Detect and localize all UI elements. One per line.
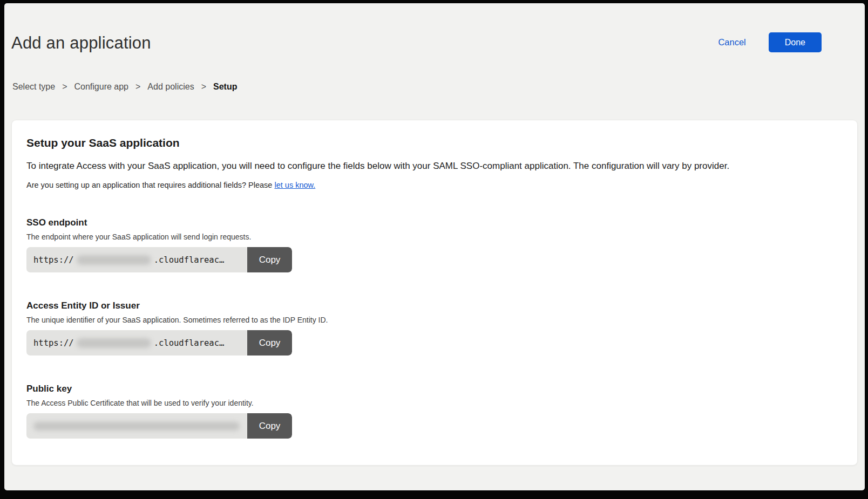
card-note: Are you setting up an application that r… — [26, 181, 843, 189]
access-entity-id-copy-button[interactable]: Copy — [247, 330, 292, 356]
public-key-value-row: Copy — [26, 413, 292, 439]
redacted-value — [33, 422, 240, 430]
access-entity-id-label: Access Entity ID or Issuer — [26, 300, 843, 311]
breadcrumb-step-select-type[interactable]: Select type — [12, 82, 55, 92]
sso-endpoint-label: SSO endpoint — [26, 217, 843, 228]
note-text: Are you setting up an application that r… — [26, 181, 274, 189]
page-header: Add an application Cancel Done — [4, 3, 865, 53]
card-heading: Setup your SaaS application — [26, 136, 843, 149]
breadcrumb-step-add-policies[interactable]: Add policies — [147, 82, 194, 92]
value-prefix: https:// — [33, 338, 74, 348]
field-access-entity-id: Access Entity ID or Issuer The unique id… — [26, 300, 843, 356]
card-intro: To integrate Access with your SaaS appli… — [26, 160, 843, 172]
cancel-button[interactable]: Cancel — [718, 37, 745, 47]
public-key-copy-button[interactable]: Copy — [247, 413, 292, 439]
public-key-label: Public key — [26, 384, 843, 394]
breadcrumb: Select type > Configure app > Add polici… — [12, 82, 865, 92]
page-title: Add an application — [11, 33, 822, 53]
access-entity-id-value-row: https:// .cloudflareac… Copy — [26, 330, 292, 356]
redacted-value — [77, 338, 151, 348]
sso-endpoint-copy-button[interactable]: Copy — [247, 247, 292, 272]
field-sso-endpoint: SSO endpoint The endpoint where your Saa… — [26, 217, 843, 272]
redacted-value — [77, 255, 151, 265]
done-button[interactable]: Done — [769, 32, 822, 52]
sso-endpoint-description: The endpoint where your SaaS application… — [26, 233, 843, 241]
page: Add an application Cancel Done Select ty… — [4, 3, 865, 490]
field-public-key: Public key The Access Public Certificate… — [26, 384, 843, 439]
value-prefix: https:// — [33, 255, 74, 265]
value-suffix: .cloudflareac… — [154, 338, 225, 348]
setup-card: Setup your SaaS application To integrate… — [11, 120, 858, 466]
public-key-description: The Access Public Certificate that will … — [26, 399, 843, 407]
breadcrumb-separator: > — [201, 82, 206, 92]
sso-endpoint-value: https:// .cloudflareac… — [26, 247, 247, 272]
access-entity-id-value: https:// .cloudflareac… — [26, 330, 247, 356]
let-us-know-link[interactable]: let us know. — [274, 181, 315, 189]
breadcrumb-step-setup: Setup — [213, 82, 237, 92]
public-key-value — [26, 413, 247, 439]
breadcrumb-separator: > — [62, 82, 67, 92]
value-suffix: .cloudflareac… — [154, 255, 225, 265]
breadcrumb-step-configure-app[interactable]: Configure app — [74, 82, 129, 92]
access-entity-id-description: The unique identifier of your SaaS appli… — [26, 316, 843, 324]
breadcrumb-separator: > — [135, 82, 140, 92]
sso-endpoint-value-row: https:// .cloudflareac… Copy — [26, 247, 292, 272]
header-actions: Cancel Done — [718, 32, 822, 52]
